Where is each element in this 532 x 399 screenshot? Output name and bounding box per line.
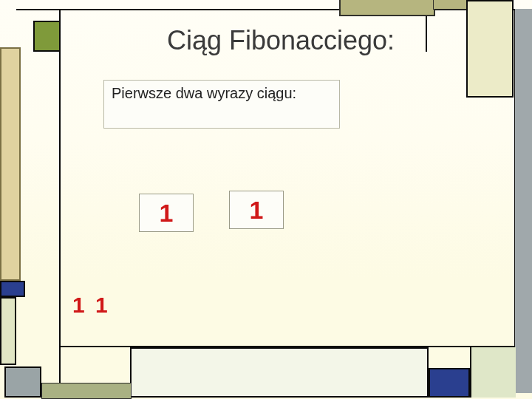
subtitle-box: Pierwsze dwa wyrazy ciągu: <box>103 80 340 129</box>
term-value: 1 <box>250 196 264 225</box>
slide-title: Ciąg Fibonacciego: <box>74 25 488 56</box>
deco-panel-slate <box>4 366 41 398</box>
deco-panel-slate <box>514 9 532 393</box>
subtitle-text: Pierwsze dwa wyrazy ciągu: <box>112 85 332 102</box>
sequence-line: 1 1 <box>72 293 110 318</box>
deco-square-green <box>35 22 59 50</box>
deco-panel <box>0 47 21 281</box>
term-value: 1 <box>160 199 174 228</box>
deco-rect-blue <box>0 281 25 297</box>
deco-rect-olive <box>434 0 466 9</box>
term-box-2: 1 <box>229 191 284 229</box>
term-box-1: 1 <box>139 194 194 232</box>
deco-rect-blue <box>429 368 470 398</box>
slide: Ciąg Fibonacciego: Pierwsze dwa wyrazy c… <box>0 0 532 399</box>
deco-line <box>16 9 516 10</box>
deco-line <box>59 9 61 390</box>
deco-rect-olive <box>341 0 434 15</box>
deco-panel <box>41 383 132 399</box>
deco-panel <box>470 347 516 398</box>
deco-panel <box>130 347 429 398</box>
deco-panel <box>0 297 16 365</box>
